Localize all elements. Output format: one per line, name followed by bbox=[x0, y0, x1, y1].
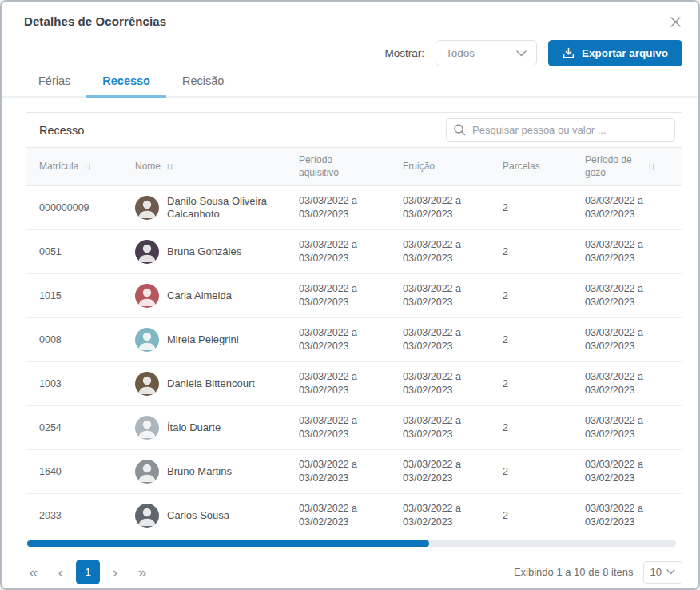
column-header-fruicao: Fruição bbox=[390, 148, 490, 185]
tab-ferias[interactable]: Férias bbox=[22, 74, 86, 98]
horizontal-scrollbar-track[interactable] bbox=[27, 540, 676, 547]
column-header-periodo-de-gozo[interactable]: Período de gozo ↑↓ bbox=[572, 148, 682, 185]
mostrar-select[interactable]: Todos bbox=[436, 40, 537, 66]
column-header-nome[interactable]: Nome ↑↓ bbox=[122, 148, 286, 185]
prev-page-button[interactable]: ‹ bbox=[49, 560, 73, 584]
table-row: 0051 Bruna Gonzáles 03/03/2022 a 03/02/2… bbox=[26, 230, 682, 274]
fruicao-cell: 03/03/2022 a 03/02/2023 bbox=[390, 318, 490, 361]
nome-cell: Bruna Gonzáles bbox=[122, 230, 286, 273]
chevron-down-icon bbox=[666, 569, 675, 575]
periodo-aquisitivo-cell: 03/03/2022 a 03/02/2023 bbox=[286, 318, 390, 361]
close-button[interactable] bbox=[666, 13, 684, 30]
recesso-table: Recesso Matrícula ↑↓ Nome ↑↓ Período aqu… bbox=[26, 112, 682, 552]
column-label: Matrícula bbox=[39, 161, 78, 173]
column-header-matricula[interactable]: Matrícula ↑↓ bbox=[26, 148, 122, 185]
sort-icon: ↑↓ bbox=[647, 160, 654, 173]
periodo-gozo-cell: 03/03/2022 a 03/02/2023 bbox=[572, 186, 676, 229]
next-page-button[interactable]: › bbox=[103, 560, 127, 584]
periodo-aquisitivo-cell: 03/03/2022 a 03/02/2023 bbox=[286, 450, 390, 493]
avatar bbox=[135, 328, 159, 352]
periodo-aquisitivo-cell: 03/03/2022 a 03/02/2023 bbox=[286, 406, 390, 449]
column-header-parcelas: Parcelas bbox=[490, 148, 572, 185]
horizontal-scrollbar-thumb[interactable] bbox=[27, 540, 429, 547]
avatar bbox=[135, 284, 159, 308]
table-row: 1015 Carla Almeida 03/03/2022 a 03/02/20… bbox=[26, 274, 682, 318]
fruicao-cell: 03/03/2022 a 03/02/2023 bbox=[390, 362, 490, 405]
matricula-cell: 0254 bbox=[26, 406, 122, 449]
detalhes-ocorrencias-modal: Detalhes de Ocorrências Mostrar: Todos E… bbox=[0, 0, 700, 590]
pager-right: Exibindo 1 a 10 de 8 itens 10 bbox=[514, 561, 682, 584]
column-header-periodo-aquisitivo: Período aquisitivo bbox=[286, 148, 390, 185]
matricula-cell: 0008 bbox=[26, 318, 122, 361]
periodo-gozo-cell: 03/03/2022 a 03/02/2023 bbox=[572, 274, 676, 317]
modal-title: Detalhes de Ocorrências bbox=[24, 14, 166, 28]
mostrar-label: Mostrar: bbox=[384, 47, 424, 59]
export-button[interactable]: Exportar arquivo bbox=[548, 40, 682, 66]
matricula-cell: 1015 bbox=[26, 274, 122, 317]
controls-row: Mostrar: Todos Exportar arquivo bbox=[2, 30, 698, 66]
chevron-down-icon bbox=[516, 50, 527, 57]
table-section-title: Recesso bbox=[39, 124, 84, 137]
parcelas-cell: 2 bbox=[490, 450, 572, 493]
nome-cell: Mirela Pelegrini bbox=[122, 318, 286, 361]
nome-cell: Bruno Martins bbox=[122, 450, 286, 493]
employee-name: Ítalo Duarte bbox=[167, 421, 221, 434]
table-row: 0254 Ítalo Duarte 03/03/2022 a 03/02/202… bbox=[26, 406, 682, 450]
periodo-aquisitivo-cell: 03/03/2022 a 03/02/2023 bbox=[286, 186, 390, 229]
search-input[interactable] bbox=[446, 118, 675, 142]
periodo-gozo-cell: 03/03/2022 a 03/02/2023 bbox=[572, 362, 676, 405]
export-button-label: Exportar arquivo bbox=[582, 47, 668, 59]
parcelas-cell: 2 bbox=[490, 406, 572, 449]
table-row: 2033 Carlos Sousa 03/03/2022 a 03/02/202… bbox=[26, 494, 682, 537]
nome-cell: Ítalo Duarte bbox=[122, 406, 286, 449]
employee-name: Bruna Gonzáles bbox=[167, 245, 241, 258]
download-icon bbox=[563, 47, 575, 59]
periodo-gozo-cell: 03/03/2022 a 03/02/2023 bbox=[572, 230, 676, 273]
matricula-cell: 1640 bbox=[26, 450, 122, 493]
matricula-cell: 1003 bbox=[26, 362, 122, 405]
tab-recesso[interactable]: Recesso bbox=[86, 74, 166, 98]
sort-icon: ↑↓ bbox=[83, 160, 90, 173]
matricula-cell: 000000009 bbox=[26, 186, 122, 229]
fruicao-cell: 03/03/2022 a 03/02/2023 bbox=[390, 406, 490, 449]
avatar bbox=[135, 240, 159, 264]
sort-icon: ↑↓ bbox=[165, 160, 173, 173]
table-row: 000000009 Danilo Sousa Oliveira Calcanho… bbox=[26, 186, 682, 230]
pagination-bar: « ‹ 1 › » Exibindo 1 a 10 de 8 itens 10 bbox=[22, 560, 682, 584]
nome-cell: Daniela Bittencourt bbox=[122, 362, 286, 405]
fruicao-cell: 03/03/2022 a 03/02/2023 bbox=[390, 230, 490, 273]
periodo-gozo-cell: 03/03/2022 a 03/02/2023 bbox=[572, 406, 676, 449]
page-size-value: 10 bbox=[650, 566, 662, 578]
table-row: 1003 Daniela Bittencourt 03/03/2022 a 03… bbox=[26, 362, 682, 406]
employee-name: Carlos Sousa bbox=[167, 509, 229, 522]
employee-name: Carla Almeida bbox=[167, 289, 232, 302]
matricula-cell: 0051 bbox=[26, 230, 122, 273]
fruicao-cell: 03/03/2022 a 03/02/2023 bbox=[390, 186, 490, 229]
nome-cell: Danilo Sousa Oliveira Calcanhoto bbox=[122, 186, 286, 229]
periodo-aquisitivo-cell: 03/03/2022 a 03/02/2023 bbox=[286, 494, 390, 537]
column-label: Nome bbox=[135, 161, 161, 173]
nome-cell: Carlos Sousa bbox=[122, 494, 286, 537]
tab-recisao[interactable]: Recisão bbox=[166, 74, 240, 98]
page-size-select[interactable]: 10 bbox=[643, 561, 682, 584]
avatar bbox=[135, 416, 159, 440]
page-1-button[interactable]: 1 bbox=[76, 560, 100, 584]
avatar bbox=[135, 196, 159, 220]
mostrar-select-value: Todos bbox=[446, 47, 475, 59]
avatar bbox=[135, 504, 159, 528]
column-label: Período aquisitivo bbox=[299, 154, 356, 179]
column-label: Parcelas bbox=[503, 161, 540, 173]
parcelas-cell: 2 bbox=[490, 494, 572, 537]
employee-name: Mirela Pelegrini bbox=[167, 333, 239, 346]
last-page-button[interactable]: » bbox=[130, 560, 154, 584]
column-label: Período de gozo bbox=[585, 154, 642, 179]
first-page-button[interactable]: « bbox=[22, 560, 46, 584]
periodo-gozo-cell: 03/03/2022 a 03/02/2023 bbox=[572, 450, 676, 493]
fruicao-cell: 03/03/2022 a 03/02/2023 bbox=[390, 450, 490, 493]
column-label: Fruição bbox=[403, 161, 435, 173]
table-body: 000000009 Danilo Sousa Oliveira Calcanho… bbox=[26, 186, 682, 537]
periodo-gozo-cell: 03/03/2022 a 03/02/2023 bbox=[572, 318, 676, 361]
search-icon bbox=[453, 123, 466, 136]
periodo-aquisitivo-cell: 03/03/2022 a 03/02/2023 bbox=[286, 362, 390, 405]
tabs: Férias Recesso Recisão bbox=[2, 74, 698, 98]
